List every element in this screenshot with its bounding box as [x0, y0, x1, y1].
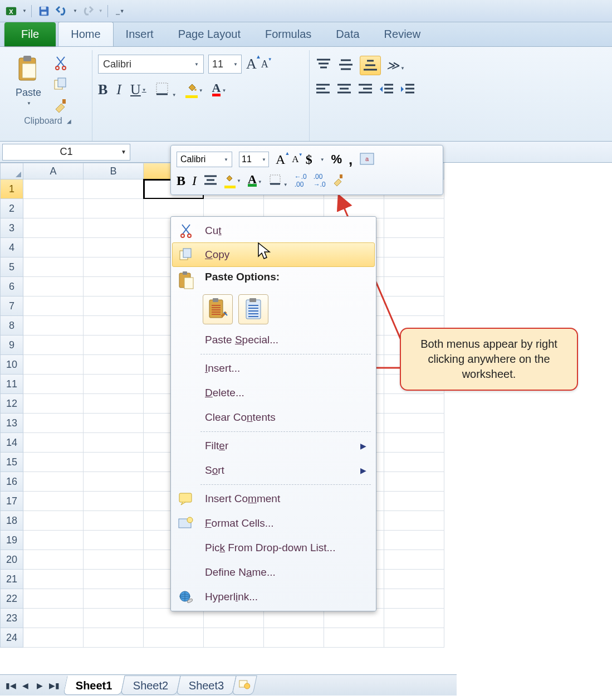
cell[interactable]	[23, 394, 84, 414]
cell[interactable]	[84, 414, 144, 433]
cell[interactable]	[204, 609, 264, 628]
cell[interactable]	[23, 453, 84, 472]
cell[interactable]	[384, 492, 444, 511]
cell[interactable]	[384, 628, 444, 648]
cell[interactable]	[384, 218, 444, 238]
sheet-nav-first[interactable]: ▮◀	[4, 679, 17, 692]
cell[interactable]	[23, 336, 84, 355]
sheet-tab-3[interactable]: Sheet3	[176, 675, 237, 695]
cell[interactable]	[84, 531, 144, 550]
sheet-tab-1[interactable]: Sheet1	[63, 675, 125, 695]
row-header[interactable]: 2	[0, 199, 23, 218]
row-header[interactable]: 9	[0, 336, 23, 355]
cell[interactable]	[384, 277, 444, 296]
cell[interactable]	[384, 472, 444, 492]
mini-font-size[interactable]: 11▼	[239, 152, 269, 167]
borders-button[interactable]: ▼	[155, 82, 177, 98]
sheet-nav-next[interactable]: ▶	[33, 679, 46, 692]
mini-bold-button[interactable]: B	[177, 173, 185, 188]
cell[interactable]	[84, 277, 144, 296]
cell[interactable]	[384, 414, 444, 433]
row-header[interactable]: 3	[0, 218, 23, 238]
increase-indent-icon[interactable]	[400, 83, 415, 97]
row-header[interactable]: 7	[0, 296, 23, 316]
align-right-icon[interactable]	[358, 83, 373, 97]
bold-button[interactable]: B	[98, 81, 107, 98]
cell[interactable]	[84, 375, 144, 394]
cell[interactable]	[23, 218, 84, 238]
cell[interactable]	[144, 609, 204, 628]
row-header[interactable]: 17	[0, 492, 23, 511]
cell[interactable]	[23, 609, 84, 628]
chevron-down-icon[interactable]: ▼	[121, 149, 126, 155]
row-header[interactable]: 23	[0, 609, 23, 628]
select-all-corner[interactable]	[0, 163, 23, 179]
row-header[interactable]: 16	[0, 472, 23, 492]
font-name-select[interactable]: Calibri ▼	[98, 55, 204, 74]
cell[interactable]	[84, 257, 144, 277]
cell[interactable]	[384, 570, 444, 589]
chevron-down-icon[interactable]: ▼	[22, 8, 27, 13]
mini-italic-button[interactable]: I	[192, 173, 197, 188]
cell[interactable]	[84, 218, 144, 238]
align-bottom-icon[interactable]	[360, 56, 381, 75]
cell[interactable]	[84, 609, 144, 628]
cell[interactable]	[23, 433, 84, 453]
align-left-icon[interactable]	[315, 83, 331, 97]
cell[interactable]	[384, 199, 444, 218]
cell[interactable]	[84, 511, 144, 531]
cell[interactable]	[23, 316, 84, 336]
row-header[interactable]: 11	[0, 375, 23, 394]
new-sheet-button[interactable]	[232, 675, 257, 695]
col-header-a[interactable]: A	[23, 163, 84, 179]
cell[interactable]	[23, 414, 84, 433]
tab-page-layout[interactable]: Page Layout	[166, 22, 253, 46]
cell[interactable]	[23, 492, 84, 511]
ctx-paste-special[interactable]: Paste Special...	[173, 328, 374, 352]
ctx-delete[interactable]: Delete...	[173, 381, 374, 405]
row-header[interactable]: 20	[0, 550, 23, 570]
cell[interactable]	[144, 628, 204, 648]
cell[interactable]	[23, 355, 84, 375]
ctx-format-cells[interactable]: Format Cells...	[173, 511, 374, 536]
mini-currency-icon[interactable]: $	[306, 152, 312, 167]
cell[interactable]	[384, 394, 444, 414]
tab-insert[interactable]: Insert	[114, 22, 166, 46]
cell[interactable]	[23, 179, 84, 199]
cell[interactable]	[23, 589, 84, 609]
tab-data[interactable]: Data	[324, 22, 371, 46]
cell[interactable]	[84, 492, 144, 511]
row-header[interactable]: 1	[0, 179, 23, 199]
tab-file[interactable]: File	[4, 22, 56, 46]
row-header[interactable]: 8	[0, 316, 23, 336]
cell[interactable]	[324, 609, 384, 628]
cell[interactable]	[384, 433, 444, 453]
tab-formulas[interactable]: Formulas	[253, 22, 324, 46]
mini-center-icon[interactable]	[203, 174, 218, 187]
cell[interactable]	[384, 257, 444, 277]
row-header[interactable]: 6	[0, 277, 23, 296]
row-header[interactable]: 24	[0, 628, 23, 648]
row-header[interactable]: 18	[0, 511, 23, 531]
cell[interactable]	[84, 433, 144, 453]
row-header[interactable]: 21	[0, 570, 23, 589]
ctx-filter[interactable]: Filter ▶	[173, 434, 374, 458]
cell[interactable]	[204, 199, 264, 218]
mini-borders-button[interactable]: ▼	[269, 174, 288, 188]
chevron-down-icon[interactable]: ▼	[99, 8, 103, 13]
mini-font-name[interactable]: Calibri▼	[177, 152, 232, 167]
mini-percent-icon[interactable]: %	[331, 152, 342, 167]
mini-increase-font-icon[interactable]: A▲	[276, 152, 285, 167]
tab-home[interactable]: Home	[58, 22, 113, 46]
undo-button[interactable]	[54, 3, 70, 19]
cell[interactable]	[23, 531, 84, 550]
cell[interactable]	[23, 570, 84, 589]
cell[interactable]	[384, 511, 444, 531]
paste-option-all[interactable]	[203, 294, 233, 324]
ctx-pick-from-list[interactable]: Pick From Drop-down List...	[173, 536, 374, 560]
mini-merge-icon[interactable]: a	[359, 152, 375, 167]
redo-button[interactable]	[80, 3, 95, 19]
cut-button[interactable]	[51, 55, 70, 71]
customize-qat-button[interactable]: ⎯▼	[112, 3, 128, 19]
cell[interactable]	[84, 199, 144, 218]
